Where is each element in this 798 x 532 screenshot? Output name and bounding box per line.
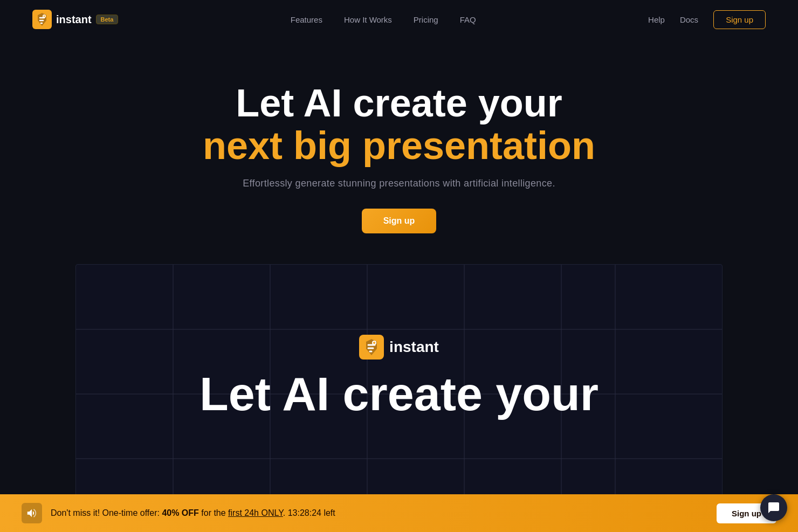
hero-title-line1: Let AI create your <box>236 82 562 125</box>
navbar: instant Beta Features How It Works Prici… <box>0 0 798 39</box>
inner-hero-title: Let AI create your <box>200 370 598 418</box>
nav-how-it-works[interactable]: How It Works <box>344 15 392 24</box>
beta-badge: Beta <box>96 15 119 24</box>
nav-center: Features How It Works Pricing FAQ <box>291 15 476 24</box>
banner-timer: . 13:28:24 left <box>283 508 335 517</box>
logo-link[interactable]: instant Beta <box>32 10 118 29</box>
nav-signup-button[interactable]: Sign up <box>713 10 766 29</box>
nav-docs[interactable]: Docs <box>680 15 698 24</box>
inner-logo-wrap: instant <box>359 335 439 360</box>
chat-button[interactable] <box>760 494 787 521</box>
chat-icon <box>767 501 780 514</box>
inner-logo-text: instant <box>389 338 439 356</box>
banner-megaphone-icon <box>22 503 42 523</box>
hero-title-line2: next big presentation <box>203 125 595 167</box>
nav-faq[interactable]: FAQ <box>460 15 476 24</box>
logo-icon <box>32 10 52 29</box>
hero-subtitle: Effortlessly generate stunning presentat… <box>243 178 555 189</box>
banner-left: Don't miss it! One-time offer: 40% OFF f… <box>22 503 335 523</box>
bottom-banner: Don't miss it! One-time offer: 40% OFF f… <box>0 494 798 532</box>
logo-text: instant <box>56 13 92 26</box>
nav-pricing[interactable]: Pricing <box>414 15 438 24</box>
hero-section: Let AI create your next big presentation… <box>0 39 798 233</box>
banner-highlight: first 24h ONLY <box>228 508 283 517</box>
grid-preview-section: instant Let AI create your <box>75 264 723 528</box>
hero-signup-button[interactable]: Sign up <box>362 209 437 233</box>
nav-help[interactable]: Help <box>648 15 665 24</box>
nav-right: Help Docs Sign up <box>648 10 766 29</box>
nav-features[interactable]: Features <box>291 15 322 24</box>
inner-logo-icon <box>359 335 384 360</box>
grid-inner-content: instant Let AI create your <box>76 335 722 418</box>
banner-offer-text: Don't miss it! One-time offer: 40% OFF f… <box>51 508 335 518</box>
banner-discount: 40% OFF <box>162 508 198 517</box>
